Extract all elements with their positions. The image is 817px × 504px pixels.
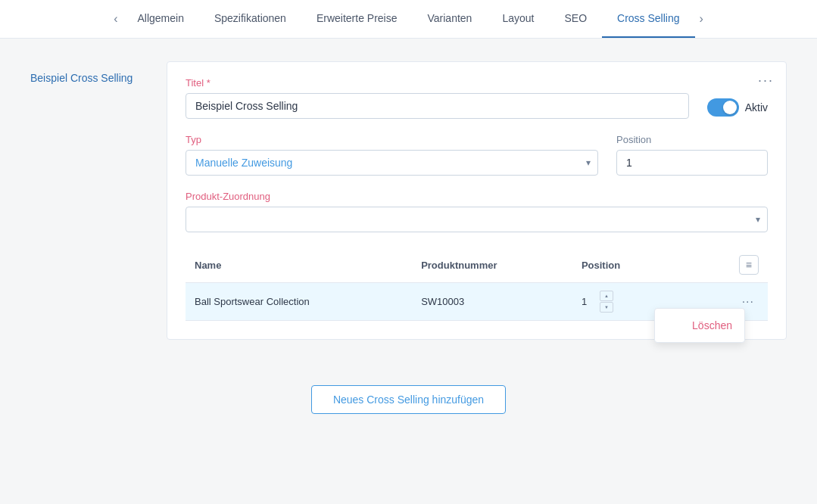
toggle-knob <box>723 101 737 114</box>
titel-input[interactable] <box>186 93 689 119</box>
position-value: 1 <box>582 296 597 307</box>
context-menu: Löschen <box>654 308 745 343</box>
products-table: Name Produktnummer Position ≡ <box>186 247 768 321</box>
tab-varianten[interactable]: Varianten <box>413 0 488 38</box>
typ-position-row: Typ Manuelle Zuweisung Automatische Zuwe… <box>186 134 768 176</box>
position-label: Position <box>616 134 768 145</box>
cell-row-menu: ··· Löschen <box>700 283 768 321</box>
tab-allgemein[interactable]: Allgemein <box>122 0 198 38</box>
tab-bar: ‹ Allgemein Spezifikationen Erweiterte P… <box>0 0 817 39</box>
table-wrapper: Name Produktnummer Position ≡ <box>186 247 768 321</box>
sort-button[interactable]: ≡ <box>739 255 759 275</box>
tab-cross-selling[interactable]: Cross Selling <box>602 0 694 38</box>
titel-group: Titel * <box>186 77 689 119</box>
cross-selling-card: ··· Titel * Aktiv Typ <box>167 61 787 340</box>
tab-prev-button[interactable]: ‹ <box>109 2 122 36</box>
table-header-row: Name Produktnummer Position ≡ <box>186 247 768 283</box>
produkt-select-wrapper: ▾ <box>186 207 768 232</box>
tab-next-button[interactable]: › <box>695 2 708 36</box>
typ-group: Typ Manuelle Zuweisung Automatische Zuwe… <box>186 134 598 176</box>
titel-label: Titel * <box>186 77 689 89</box>
position-cell: 1 ▲ ▼ <box>582 291 660 313</box>
cell-produktnummer: SW10003 <box>412 283 572 321</box>
position-input[interactable] <box>616 150 768 176</box>
add-cross-selling-button[interactable]: Neues Cross Selling hinzufügen <box>311 385 506 414</box>
position-group: Position <box>616 134 768 176</box>
col-produktnummer: Produktnummer <box>412 247 572 283</box>
produkt-input[interactable] <box>186 207 768 232</box>
titel-row: Titel * Aktiv <box>186 77 768 119</box>
tab-erweiterte-preise[interactable]: Erweiterte Preise <box>301 0 413 38</box>
tab-spezifikationen[interactable]: Spezifikationen <box>199 0 301 38</box>
col-name: Name <box>186 247 412 283</box>
aktiv-toggle[interactable] <box>707 98 739 117</box>
position-buttons: ▲ ▼ <box>600 291 613 313</box>
page-content: Beispiel Cross Selling ··· Titel * Aktiv <box>0 39 817 362</box>
col-empty <box>669 247 700 283</box>
add-btn-row: Neues Cross Selling hinzufügen <box>0 385 817 414</box>
context-menu-loeschen[interactable]: Löschen <box>655 312 744 339</box>
col-position: Position <box>572 247 669 283</box>
cell-name: Ball Sportswear Collection <box>186 283 412 321</box>
position-up-button[interactable]: ▲ <box>600 291 613 301</box>
table-row: Ball Sportswear Collection SW10003 1 ▲ <box>186 283 768 321</box>
tab-seo[interactable]: SEO <box>549 0 602 38</box>
produkt-label: Produkt-Zuordnung <box>186 191 768 202</box>
position-down-button[interactable]: ▼ <box>600 302 613 313</box>
col-sort: ≡ <box>700 247 768 283</box>
typ-select[interactable]: Manuelle Zuweisung Automatische Zuweisun… <box>186 150 598 176</box>
aktiv-label: Aktiv <box>745 101 768 114</box>
card-menu-button[interactable]: ··· <box>758 73 774 89</box>
tab-layout[interactable]: Layout <box>487 0 549 38</box>
typ-select-wrapper: Manuelle Zuweisung Automatische Zuweisun… <box>186 150 598 176</box>
typ-label: Typ <box>186 134 598 145</box>
section-label: Beispiel Cross Selling <box>30 61 136 340</box>
produkt-section: Produkt-Zuordnung ▾ <box>186 191 768 232</box>
